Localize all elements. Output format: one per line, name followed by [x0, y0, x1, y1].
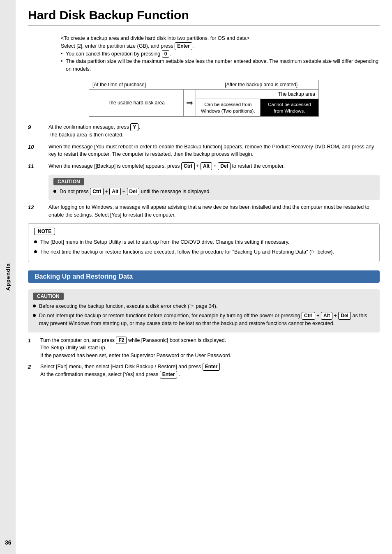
- disk-diagram: [At the time of purchase] [After the bac…: [89, 80, 319, 117]
- step-num-10: 10: [28, 143, 48, 159]
- caution-box-1: CAUTION Do not press Ctrl + Alt + Del un…: [48, 175, 380, 201]
- step-10: 10 When the message [You must reboot in …: [28, 143, 380, 159]
- bullet-circle-2a: [33, 305, 36, 307]
- key-f2: F2: [116, 337, 127, 344]
- key-0: 0: [162, 50, 170, 58]
- page-number: 36: [5, 539, 12, 546]
- bottom-step-content-1: Turn the computer on, and press F2 while…: [40, 337, 380, 360]
- key-enter-2: Enter: [203, 363, 220, 371]
- diagram-arrow: ⇒: [184, 90, 196, 116]
- bottom-step-2: 2 Select [Exit] menu, then select [Hard …: [28, 363, 380, 379]
- note-box: NOTE The [Boot] menu in the Setup Utilit…: [28, 223, 380, 263]
- bottom-step-num-2: 2: [28, 363, 40, 379]
- bottom-steps: 1 Turn the computer on, and press F2 whi…: [28, 337, 380, 379]
- bottom-step-content-2: Select [Exit] menu, then select [Hard Di…: [40, 363, 380, 379]
- diagram-right-bottom: Can be accessed from Windows (Two partit…: [196, 99, 318, 116]
- bottom-step-1: 1 Turn the computer on, and press F2 whi…: [28, 337, 380, 360]
- diagram-body: The usable hard disk area ⇒ The backup a…: [89, 90, 318, 116]
- note-text-1: The [Boot] menu in the Setup Utility is …: [40, 238, 289, 246]
- step-11: 11 When the message [[Backup] is complet…: [28, 162, 380, 171]
- caution-item-2a: Before executing the backup function, ex…: [33, 302, 375, 310]
- diagram-right-top: The backup area: [196, 90, 318, 99]
- sidebar: Appendix 36: [0, 0, 16, 554]
- key-del-3: Del: [338, 312, 351, 320]
- main-content: Hard Disk Backup Function <To create a b…: [16, 0, 392, 398]
- step-num-12: 12: [28, 203, 48, 219]
- diagram-accessible: Can be accessed from Windows (Two partit…: [196, 99, 261, 116]
- diagram-header-right: [After the backup area is created]: [204, 80, 319, 89]
- sidebar-label: Appendix: [5, 263, 11, 291]
- bullet-circle-1: [53, 190, 56, 193]
- key-enter-3: Enter: [160, 371, 178, 379]
- key-alt-1: Alt: [201, 162, 212, 170]
- step-content-10: When the message [You must reboot in ord…: [48, 143, 380, 159]
- key-alt-2: Alt: [109, 188, 121, 196]
- caution-box-2: CAUTION Before executing the backup func…: [28, 289, 380, 332]
- caution-text-1: Do not press Ctrl + Alt + Del until the …: [60, 188, 211, 196]
- steps-section: 9 At the confirmation message, press Y. …: [28, 123, 380, 171]
- key-y: Y: [130, 123, 138, 131]
- intro-line2: Select [2], enter the partition size (GB…: [61, 42, 380, 50]
- note-item-1: The [Boot] menu in the Setup Utility is …: [34, 238, 374, 246]
- caution-text-2b: Do not interrupt the backup or restore f…: [39, 312, 375, 328]
- note-bullet-1: [34, 240, 37, 243]
- step-num-11: 11: [28, 162, 48, 171]
- key-del-1: Del: [218, 162, 231, 170]
- key-ctrl-2: Ctrl: [90, 188, 104, 196]
- note-text-2: The next time the backup or restore func…: [40, 248, 334, 256]
- diagram-left-box: The usable hard disk area: [89, 90, 184, 116]
- bullet-circle-2b: [33, 314, 36, 317]
- diagram-not-accessible: Cannot be accessed from Windows.: [261, 99, 318, 116]
- key-alt-3: Alt: [321, 312, 332, 320]
- key-ctrl-3: Ctrl: [302, 312, 315, 320]
- note-bullet-2: [34, 250, 37, 253]
- bullet-2: The data partition size will be the maxi…: [61, 58, 380, 73]
- key-ctrl-1: Ctrl: [181, 162, 195, 170]
- step-num-9: 9: [28, 123, 48, 139]
- key-del-2: Del: [127, 188, 140, 196]
- bullet-1: You can cancel this operation by pressin…: [61, 50, 380, 58]
- diagram-header-left: [At the time of purchase]: [89, 80, 204, 89]
- step-content-11: When the message [[Backup] is complete] …: [48, 162, 380, 171]
- step-content-9: At the confirmation message, press Y. Th…: [48, 123, 380, 139]
- intro-section: <To create a backup area and divide hard…: [61, 35, 380, 73]
- section-heading-2: Backing Up and Restoring Data: [28, 270, 380, 283]
- key-enter-1: Enter: [175, 42, 192, 50]
- page-title: Hard Disk Backup Function: [28, 8, 380, 26]
- caution-item-1: Do not press Ctrl + Alt + Del until the …: [53, 188, 375, 196]
- caution-title-1: CAUTION: [53, 178, 84, 185]
- page-container: Appendix 36 Hard Disk Backup Function <T…: [0, 0, 392, 554]
- note-item-2: The next time the backup or restore func…: [34, 248, 374, 256]
- bottom-step-num-1: 1: [28, 337, 40, 360]
- step-12: 12 After logging on to Windows, a messag…: [28, 203, 380, 219]
- step-content-12: After logging on to Windows, a message w…: [48, 203, 380, 219]
- caution-item-2b: Do not interrupt the backup or restore f…: [33, 312, 375, 328]
- caution-title-2: CAUTION: [33, 293, 64, 300]
- note-title: NOTE: [34, 228, 55, 235]
- caution-text-2a: Before executing the backup function, ex…: [39, 302, 217, 310]
- step-9: 9 At the confirmation message, press Y. …: [28, 123, 380, 139]
- intro-line1: <To create a backup area and divide hard…: [61, 35, 380, 42]
- diagram-header: [At the time of purchase] [After the bac…: [89, 80, 318, 90]
- diagram-right: The backup area Can be accessed from Win…: [196, 90, 318, 116]
